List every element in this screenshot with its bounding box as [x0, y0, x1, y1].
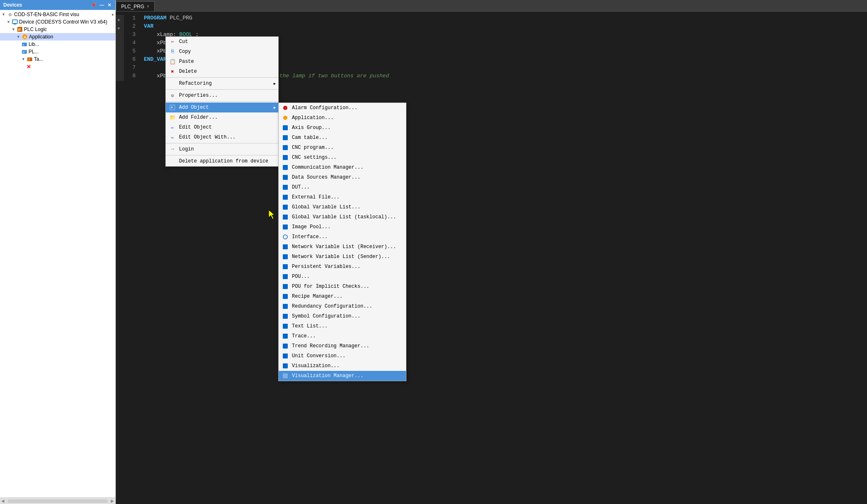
svg-rect-38: [283, 334, 288, 339]
tree-item-lib[interactable]: L Lib...: [0, 41, 115, 48]
tab-label: PLC_PRG: [121, 4, 144, 10]
menu-item-cut[interactable]: ✂ Cut: [166, 37, 278, 47]
submenu-item-cam-table[interactable]: Cam table...: [279, 133, 406, 143]
menu-item-edit-object-with[interactable]: ✏ Edit Object With...: [166, 132, 278, 142]
context-menu-overlay: ✂ Cut ⎘ Copy 📋 Paste ✖: [116, 12, 867, 504]
svg-point-16: [283, 116, 287, 120]
menu-item-edit-object[interactable]: ✏ Edit Object: [166, 122, 278, 132]
tree-item-label-app: Application: [29, 34, 53, 40]
lib-icon: L: [21, 41, 27, 47]
submenu-label-axis-group: Axis Group...: [292, 125, 331, 131]
submenu-item-cnc-program[interactable]: CNC program...: [279, 143, 406, 153]
svg-rect-33: [283, 284, 288, 289]
scrollbar-track[interactable]: [7, 499, 108, 503]
x-icon: ✕: [26, 64, 31, 70]
minimize-icon[interactable]: —: [99, 2, 105, 8]
editor-area[interactable]: ▼ 1 PROGRAM PLC_PRG ▼ 2 VAR: [116, 12, 867, 504]
submenu-item-unit-conversion[interactable]: Unit Conversion...: [279, 351, 406, 361]
submenu-item-pou-implicit[interactable]: POU for Implicit Checks...: [279, 282, 406, 291]
pin-icon[interactable]: 📌: [90, 2, 97, 8]
comm-manager-icon: [282, 164, 289, 171]
menu-item-delete[interactable]: ✖ Delete: [166, 67, 278, 76]
properties-icon: ⚙: [169, 92, 176, 99]
submenu-label-recipe-manager: Recipe Manager...: [292, 294, 342, 299]
menu-item-add-object[interactable]: + Add Object ! Alarm Configuration...: [166, 103, 278, 112]
submenu-label-net-var-receiver: Network Variable List (Receiver)...: [292, 244, 396, 250]
tree-item-x[interactable]: ✕: [0, 63, 115, 71]
close-panel-icon[interactable]: ✕: [107, 2, 112, 8]
submenu-item-alarm[interactable]: ! Alarm Configuration...: [279, 103, 406, 113]
tab-plc-prg[interactable]: PLC_PRG ×: [116, 1, 155, 11]
menu-item-delete-app[interactable]: Delete application from device: [166, 156, 278, 166]
tree-item-plclogic[interactable]: ▼ P PLC Logic: [0, 26, 115, 33]
tree-item-label-lib: Lib...: [29, 41, 39, 47]
copy-icon: ⎘: [169, 48, 176, 55]
separator-2: [166, 89, 278, 90]
submenu-label-cnc-settings: CNC settings...: [292, 155, 337, 160]
submenu-item-axis-group[interactable]: Axis Group...: [279, 123, 406, 133]
submenu-item-comm-manager[interactable]: Communication Manager...: [279, 162, 406, 172]
dropdown-arrow[interactable]: ▾: [112, 12, 114, 17]
submenu-item-data-sources[interactable]: Data Sources Manager...: [279, 172, 406, 182]
persistent-vars-icon: [282, 263, 289, 270]
submenu-item-global-var-tasklocal[interactable]: Global Variable List (tasklocal)...: [279, 212, 406, 222]
tree-item-task[interactable]: ▼ T Ta...: [0, 55, 115, 63]
delete-icon: ✖: [169, 68, 176, 75]
tree-item-label-device: Device (CODESYS Control Win V3 x64): [19, 19, 107, 25]
submenu-label-cnc-program: CNC program...: [292, 145, 334, 150]
global-var-list-icon: [282, 204, 289, 210]
bottom-scrollbar[interactable]: ◀ ▶: [0, 497, 115, 504]
axis-group-icon: [282, 124, 289, 131]
menu-item-login[interactable]: → Login: [166, 144, 278, 154]
tree-item-application[interactable]: ▼ A Application: [0, 33, 115, 41]
menu-item-properties[interactable]: ⚙ Properties...: [166, 91, 278, 100]
submenu-label-data-sources: Data Sources Manager...: [292, 174, 361, 180]
submenu-item-global-var-list[interactable]: Global Variable List...: [279, 202, 406, 212]
submenu-item-net-var-receiver[interactable]: Network Variable List (Receiver)...: [279, 242, 406, 252]
submenu-item-image-pool[interactable]: Image Pool...: [279, 222, 406, 232]
menu-item-add-folder[interactable]: 📁 Add Folder...: [166, 112, 278, 122]
tree-item-label-plclogic: PLC Logic: [24, 26, 47, 32]
menu-item-copy[interactable]: ⎘ Copy: [166, 47, 278, 57]
scroll-left[interactable]: ◀: [0, 499, 6, 503]
submenu-item-cnc-settings[interactable]: CNC settings...: [279, 153, 406, 162]
svg-rect-35: [283, 304, 288, 309]
submenu-item-interface[interactable]: Interface...: [279, 232, 406, 242]
submenu-label-image-pool: Image Pool...: [292, 224, 331, 230]
scroll-right[interactable]: ▶: [110, 499, 115, 503]
app-icon: A: [22, 34, 28, 40]
svg-rect-27: [283, 225, 288, 229]
cnc-settings-icon: [282, 154, 289, 161]
tree-item-root[interactable]: ▼ ⚙ COD-ST-EN-BASIC First visu ▾: [0, 11, 115, 18]
svg-text:!: !: [284, 106, 287, 110]
submenu-item-text-list[interactable]: Text List...: [279, 321, 406, 331]
submenu-item-application[interactable]: Application...: [279, 113, 406, 123]
menu-item-refactoring[interactable]: Refactoring: [166, 79, 278, 88]
submenu-item-dut[interactable]: DUT...: [279, 182, 406, 192]
panel-title: Devices: [3, 2, 22, 8]
submenu-item-pou[interactable]: POU...: [279, 272, 406, 282]
trend-recording-icon: [282, 343, 289, 349]
submenu-item-visualization[interactable]: Visualization...: [279, 361, 406, 371]
submenu-item-external-file[interactable]: External File...: [279, 192, 406, 202]
svg-text:A: A: [24, 35, 26, 39]
svg-rect-25: [283, 205, 288, 210]
menu-item-paste[interactable]: 📋 Paste: [166, 57, 278, 67]
tree-item-pl[interactable]: P PL...: [0, 48, 115, 55]
submenu-label-text-list: Text List...: [292, 323, 327, 329]
submenu-item-visualization-manager[interactable]: Visualization Manager...: [279, 371, 406, 381]
submenu-item-trend-recording[interactable]: Trend Recording Manager...: [279, 341, 406, 351]
redundancy-config-icon: [282, 303, 289, 310]
svg-rect-19: [283, 145, 288, 150]
submenu-label-pou-implicit: POU for Implicit Checks...: [292, 284, 369, 289]
submenu-item-trace[interactable]: Trace...: [279, 331, 406, 341]
submenu-item-recipe-manager[interactable]: Recipe Manager...: [279, 291, 406, 301]
submenu-item-redundancy-config[interactable]: Redundancy Configuration...: [279, 301, 406, 311]
submenu-item-symbol-config[interactable]: Symbol Configuration...: [279, 311, 406, 321]
svg-rect-1: [14, 24, 16, 24]
menu-label-cut: Cut: [179, 39, 188, 45]
submenu-item-persistent-vars[interactable]: Persistent Variables...: [279, 262, 406, 272]
tree-item-device[interactable]: ▼ Device (CODESYS Control Win V3 x64): [0, 18, 115, 26]
submenu-item-net-var-sender[interactable]: Network Variable List (Sender)...: [279, 252, 406, 262]
tab-close-button[interactable]: ×: [147, 4, 149, 9]
